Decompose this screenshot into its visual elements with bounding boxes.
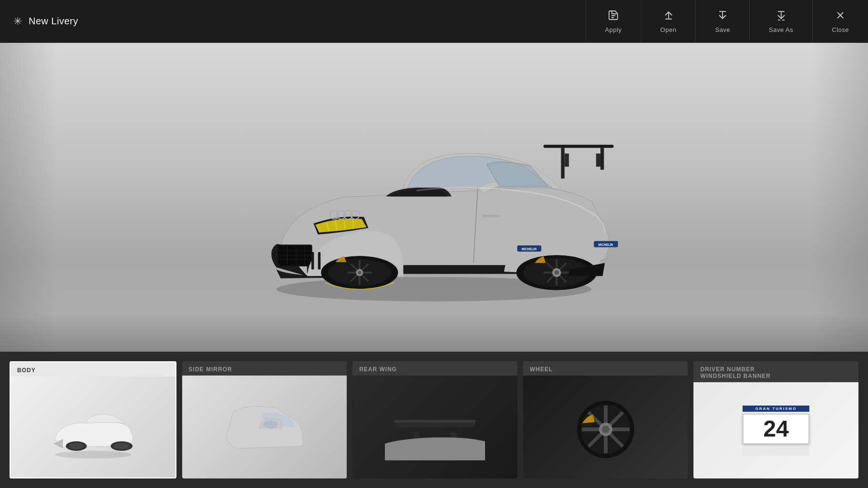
apply-icon [608, 10, 619, 23]
svg-point-56 [55, 451, 131, 458]
save-as-button[interactable]: Save As [749, 0, 812, 42]
svg-rect-9 [561, 148, 564, 178]
svg-rect-11 [565, 153, 569, 167]
wheel-label: WHEEL [523, 361, 688, 376]
svg-rect-12 [596, 153, 600, 167]
apply-label: Apply [605, 26, 622, 33]
category-card-wheel[interactable]: WHEEL [523, 361, 688, 478]
wheel-thumbnail [523, 376, 688, 478]
svg-rect-64 [394, 420, 475, 423]
svg-rect-49 [311, 252, 314, 270]
body-label: BODY [10, 362, 176, 376]
wing-label: REAR WING [352, 361, 517, 376]
mirror-label: SIDE MIRROR [182, 361, 347, 376]
number-label: DRIVER NUMBER WINDSHIELD BANNER [693, 361, 858, 382]
app-title: New Livery [29, 16, 78, 27]
svg-point-40 [358, 271, 361, 274]
category-card-body[interactable]: BODY [10, 361, 176, 478]
mirror-thumbnail [182, 376, 347, 478]
body-thumbnail [10, 376, 176, 478]
car-viewport: MICHELIN MICHELIN [0, 43, 868, 352]
svg-point-58 [69, 443, 84, 449]
car-display: MICHELIN MICHELIN [219, 73, 649, 321]
header: ✳ New Livery Apply Op [0, 0, 868, 43]
viewport-shadow-left [0, 43, 57, 352]
body-thumb-svg [43, 394, 143, 460]
save-as-label: Save As [769, 26, 793, 33]
open-icon [663, 10, 674, 23]
svg-rect-15 [279, 246, 311, 265]
toolbar: Apply Open Save [586, 0, 868, 42]
plate-number: 24 [755, 417, 797, 440]
open-label: Open [661, 26, 677, 33]
title-area: ✳ New Livery [0, 15, 143, 28]
category-card-wing[interactable]: REAR WING [352, 361, 517, 478]
wing-thumb-svg [385, 394, 485, 460]
car-svg: MICHELIN MICHELIN [219, 78, 649, 316]
close-label: Close [832, 26, 849, 33]
svg-rect-55 [482, 215, 500, 218]
svg-point-62 [263, 420, 278, 429]
wheel-thumb-svg [556, 394, 656, 460]
category-card-mirror[interactable]: SIDE MIRROR [182, 361, 347, 478]
mirror-thumb-svg [214, 394, 314, 460]
close-icon [835, 10, 846, 23]
save-as-icon [775, 10, 787, 23]
svg-point-76 [602, 426, 610, 433]
svg-rect-10 [600, 148, 604, 170]
save-label: Save [715, 26, 730, 33]
svg-point-60 [114, 443, 130, 449]
viewport-floor [0, 314, 868, 352]
save-icon [717, 10, 728, 23]
svg-text:MICHELIN: MICHELIN [599, 243, 613, 246]
apply-button[interactable]: Apply [586, 0, 641, 42]
svg-rect-8 [544, 145, 614, 148]
wing-thumbnail [352, 376, 517, 478]
svg-point-48 [555, 270, 559, 274]
svg-rect-50 [318, 252, 321, 270]
close-button[interactable]: Close [812, 0, 868, 42]
svg-line-25 [353, 219, 353, 228]
save-button[interactable]: Save [695, 0, 749, 42]
open-button[interactable]: Open [641, 0, 696, 42]
bottom-panel: BODY SIDE MIRROR [0, 352, 868, 488]
logo-icon: ✳ [13, 15, 22, 28]
category-card-number[interactable]: DRIVER NUMBER WINDSHIELD BANNER GRAN TUR… [693, 361, 858, 478]
svg-text:MICHELIN: MICHELIN [522, 247, 537, 251]
number-thumbnail: GRAN TURISMO 24 [693, 382, 858, 478]
viewport-shadow-right [811, 43, 868, 352]
